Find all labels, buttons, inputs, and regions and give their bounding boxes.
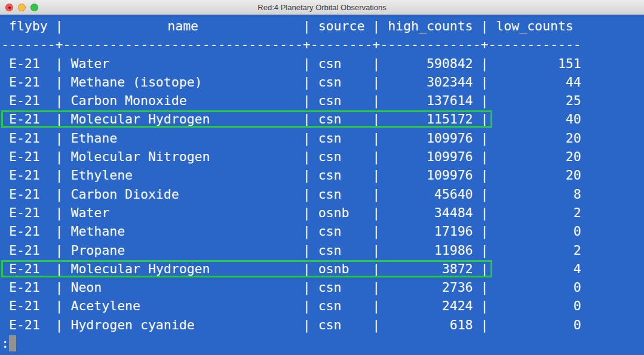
pipe-separator: | (480, 222, 488, 240)
pipe-separator: | (56, 129, 63, 147)
cell-source: csn (311, 91, 373, 110)
pipe-separator: | (480, 241, 488, 260)
cell-high-counts: 302344 (380, 73, 480, 91)
table-header-row: flyby | name | source | high_counts | lo… (1, 17, 644, 35)
window-controls (5, 0, 38, 15)
cell-low-counts: 44 (488, 73, 581, 91)
pipe-separator: | (303, 166, 311, 184)
pipe-separator: | (56, 17, 63, 35)
cell-source: csn (311, 222, 373, 240)
cell-name: Water (63, 203, 303, 222)
pipe-separator: | (480, 54, 488, 73)
cell-high-counts: 45640 (380, 185, 480, 203)
pipe-separator: | (303, 260, 311, 278)
cell-name: Molecular Hydrogen (63, 110, 303, 128)
cell-flyby: E-21 (1, 185, 56, 203)
title-bar: Red:4 Planetary Orbital Observations (0, 0, 644, 15)
pipe-separator: | (372, 17, 380, 35)
cell-high-counts: 618 (380, 316, 480, 334)
cell-source: csn (311, 316, 373, 334)
cell-low-counts: 151 (488, 54, 581, 73)
pipe-separator: | (56, 316, 63, 334)
pipe-separator: | (303, 110, 311, 128)
cell-name: Carbon Dioxide (63, 185, 303, 203)
pipe-separator: | (372, 316, 380, 334)
table-row: E-21|Carbon Monoxide|csn|137614|25 (1, 91, 644, 110)
text-cursor (9, 335, 16, 351)
pipe-separator: | (480, 73, 488, 91)
cell-name: Molecular Nitrogen (63, 147, 303, 166)
pager-prompt-line[interactable]: : (1, 334, 644, 353)
cell-source: csn (311, 278, 373, 297)
pipe-separator: | (303, 147, 311, 166)
minimize-button[interactable] (18, 4, 26, 11)
cell-flyby: E-21 (1, 222, 56, 240)
window-title: Red:4 Planetary Orbital Observations (0, 3, 644, 12)
pipe-separator: | (372, 73, 380, 91)
pipe-separator: | (372, 91, 380, 110)
pipe-separator: | (480, 260, 488, 278)
zoom-button[interactable] (30, 4, 38, 11)
cell-source: csn (311, 166, 373, 184)
pipe-separator: | (480, 129, 488, 147)
cell-name: Acetylene (63, 297, 303, 315)
cell-source: csn (311, 185, 373, 203)
table-row: E-21|Neon|csn|2736|0 (1, 278, 644, 297)
cell-flyby: E-21 (1, 278, 56, 297)
cell-source: osnb (311, 203, 373, 222)
pipe-separator: | (372, 297, 380, 315)
pipe-separator: | (480, 316, 488, 334)
header-name: name (63, 17, 303, 35)
cell-flyby: E-21 (1, 73, 56, 91)
pipe-separator: | (56, 166, 63, 184)
cell-low-counts: 20 (488, 166, 581, 184)
cell-flyby: E-21 (1, 203, 56, 222)
pipe-separator: | (372, 54, 380, 73)
pipe-separator: | (56, 91, 63, 110)
pipe-separator: | (372, 241, 380, 260)
cell-flyby: E-21 (1, 260, 56, 278)
pipe-separator: | (56, 278, 63, 297)
cell-name: Water (63, 54, 303, 73)
pipe-separator: | (480, 110, 488, 128)
pipe-separator: | (303, 297, 311, 315)
cell-source: csn (311, 73, 373, 91)
cell-high-counts: 109976 (380, 166, 480, 184)
cell-high-counts: 109976 (380, 147, 480, 166)
cell-low-counts: 20 (488, 129, 581, 147)
table-row: E-21|Molecular Nitrogen|csn|109976|20 (1, 147, 644, 166)
separator-line: -------+-------------------------------+… (1, 35, 581, 54)
cell-low-counts: 0 (488, 222, 581, 240)
pipe-separator: | (303, 54, 311, 73)
table-row: E-21|Propane|csn|11986|2 (1, 241, 644, 260)
cell-high-counts: 115172 (380, 110, 480, 128)
close-button[interactable] (5, 4, 13, 11)
cell-low-counts: 2 (488, 203, 581, 222)
table-row: E-21|Water|osnb|34484|2 (1, 203, 644, 222)
table-row: E-21|Carbon Dioxide|csn|45640|8 (1, 185, 644, 203)
cell-name: Hydrogen cyanide (63, 316, 303, 334)
cell-high-counts: 11986 (380, 241, 480, 260)
cell-high-counts: 137614 (380, 91, 480, 110)
cell-flyby: E-21 (1, 147, 56, 166)
pipe-separator: | (303, 241, 311, 260)
pipe-separator: | (303, 129, 311, 147)
cell-name: Ethylene (63, 166, 303, 184)
cell-name: Carbon Monoxide (63, 91, 303, 110)
pipe-separator: | (56, 222, 63, 240)
cell-high-counts: 590842 (380, 54, 480, 73)
pipe-separator: | (56, 241, 63, 260)
cell-low-counts: 4 (488, 260, 581, 278)
cell-flyby: E-21 (1, 129, 56, 147)
cell-name: Ethane (63, 129, 303, 147)
pipe-separator: | (56, 147, 63, 166)
cell-low-counts: 0 (488, 278, 581, 297)
pipe-separator: | (303, 222, 311, 240)
table-row: E-21|Ethane|csn|109976|20 (1, 129, 644, 147)
pipe-separator: | (303, 316, 311, 334)
terminal-screen[interactable]: flyby | name | source | high_counts | lo… (0, 15, 644, 355)
cell-flyby: E-21 (1, 110, 56, 128)
pipe-separator: | (372, 222, 380, 240)
pipe-separator: | (480, 91, 488, 110)
pipe-separator: | (56, 185, 63, 203)
